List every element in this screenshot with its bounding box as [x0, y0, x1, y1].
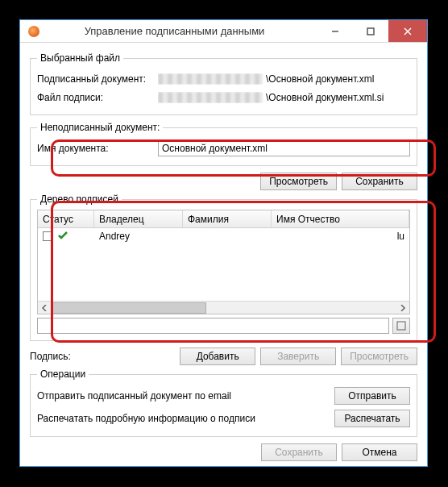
redacted-path — [158, 92, 263, 103]
scroll-thumb[interactable] — [51, 302, 206, 314]
doc-name-input[interactable]: Основной документ.xml — [158, 140, 410, 156]
unsigned-doc-group: Неподписанный документ: Имя документа: О… — [30, 122, 417, 166]
titlebar: Управление подписанными данными — [20, 20, 427, 43]
signed-doc-value: \Основной документ.xml — [158, 73, 410, 85]
email-label: Отправить подписанный документ по email — [37, 390, 334, 402]
view-button[interactable]: Просмотреть — [260, 173, 337, 190]
scroll-right-icon[interactable] — [396, 302, 409, 314]
cell-name-patr: lu — [272, 231, 409, 242]
send-button[interactable]: Отправить — [334, 387, 410, 405]
signed-doc-label: Подписанный документ: — [37, 73, 158, 85]
dialog-footer: Сохранить Отмена — [30, 443, 417, 461]
tree-header: Статус Владелец Фамилия Имя Отчество — [38, 210, 409, 228]
doc-name-label: Имя документа: — [37, 143, 158, 154]
signature-label: Подпись: — [30, 351, 94, 362]
signature-tree-legend: Дерево подписей — [37, 194, 122, 205]
window-controls — [317, 20, 427, 42]
cell-status — [38, 230, 94, 242]
main-window: Управление подписанными данными Выбранны… — [19, 19, 428, 467]
sig-view-button[interactable]: Просмотреть — [341, 348, 417, 365]
minimize-button[interactable] — [317, 20, 353, 42]
redacted-path — [158, 73, 263, 85]
svg-rect-1 — [367, 28, 374, 35]
row-checkbox[interactable] — [43, 231, 52, 241]
col-owner[interactable]: Владелец — [94, 210, 183, 227]
operations-legend: Операции — [37, 368, 89, 380]
sig-file-label: Файл подписи: — [37, 92, 158, 103]
tree-footer-row — [37, 318, 410, 334]
signature-tree: Статус Владелец Фамилия Имя Отчество And… — [37, 210, 410, 314]
maximize-button[interactable] — [353, 20, 388, 42]
window-title: Управление подписанными данными — [39, 25, 317, 37]
tree-row[interactable]: Andrey lu — [38, 228, 409, 244]
print-label: Распечатать подробную информацию о подпи… — [37, 413, 334, 424]
close-button[interactable] — [388, 20, 427, 42]
sig-file-value: \Основной документ.xml.si — [158, 92, 410, 103]
svg-rect-4 — [397, 322, 405, 330]
scroll-left-icon[interactable] — [38, 302, 51, 314]
print-button[interactable]: Распечатать — [334, 410, 410, 427]
col-lastname[interactable]: Фамилия — [183, 210, 272, 227]
footer-save-button[interactable]: Сохранить — [261, 443, 337, 461]
scroll-track[interactable] — [51, 302, 396, 314]
client-area: Выбранный файл Подписанный документ: \Ос… — [20, 43, 427, 469]
footer-cancel-button[interactable]: Отмена — [342, 443, 417, 461]
unsigned-doc-legend: Неподписанный документ: — [37, 122, 163, 133]
certify-button[interactable]: Заверить — [260, 348, 336, 365]
checkmark-icon — [57, 231, 68, 243]
add-button[interactable]: Добавить — [180, 348, 255, 365]
col-name-patr[interactable]: Имя Отчество — [272, 210, 409, 227]
tree-footer-input[interactable] — [37, 318, 389, 334]
col-status[interactable]: Статус — [38, 210, 94, 227]
h-scrollbar[interactable] — [38, 301, 409, 314]
tree-body: Andrey lu — [38, 228, 409, 301]
selected-file-group: Выбранный файл Подписанный документ: \Ос… — [30, 52, 417, 115]
signature-tree-group: Дерево подписей Статус Владелец Фамилия … — [30, 194, 417, 341]
selected-file-legend: Выбранный файл — [37, 52, 123, 64]
tree-footer-button[interactable] — [392, 318, 410, 334]
app-icon — [28, 26, 39, 37]
unsigned-doc-buttons: Просмотреть Сохранить — [30, 173, 417, 190]
cell-owner: Andrey — [94, 231, 183, 242]
save-button[interactable]: Сохранить — [342, 173, 417, 190]
operations-group: Операции Отправить подписанный документ … — [30, 368, 417, 437]
